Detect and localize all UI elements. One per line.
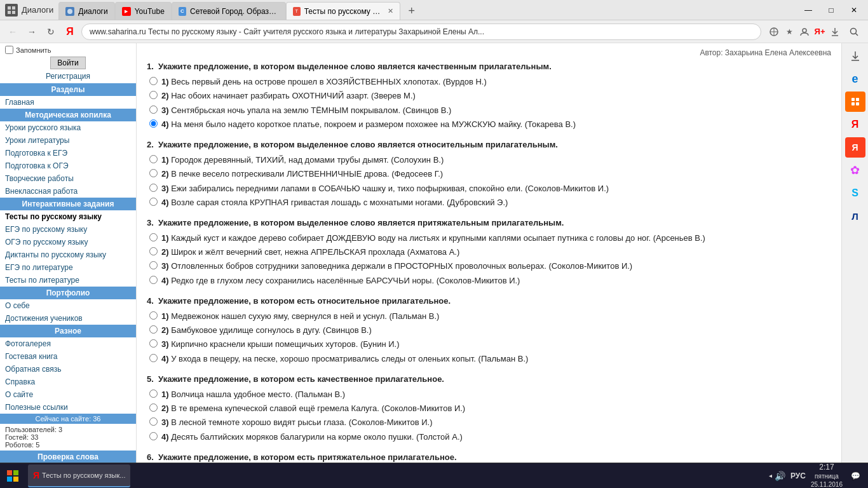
q3-opt3: 3) Отловленных бобров сотрудники заповед… <box>147 261 831 272</box>
question-2: 2. Укажите предложение, в котором выделе… <box>147 139 831 208</box>
yandex-icon[interactable]: Я <box>845 114 865 135</box>
sidebar-item-vnekl[interactable]: Внеклассная работа <box>0 185 136 198</box>
q1-radio-2[interactable] <box>149 91 158 99</box>
edge-browser-icon[interactable]: e <box>845 69 865 89</box>
q5-radio-2[interactable] <box>149 403 158 412</box>
question-1: 1. Укажите предложение, в котором выделе… <box>147 61 831 130</box>
q5-radio-4[interactable] <box>149 432 158 440</box>
sidebar-item-testy-rus[interactable]: Тесты по русскому языку <box>0 210 136 223</box>
sidebar-header-metodika: Методическая копилка <box>0 109 136 121</box>
tab-city[interactable]: С Сетевой Город. Образован... <box>172 2 286 20</box>
q3-opt4: 4) Редко где в глухом лесу сохранились н… <box>147 275 831 287</box>
tab-youtube[interactable]: YouTube <box>115 2 172 20</box>
yandex-alt-icon[interactable]: Я <box>845 137 865 158</box>
new-tab-button[interactable]: + <box>403 2 421 20</box>
sidebar-item-obr-svyaz[interactable]: Обратная связь <box>0 363 136 376</box>
translate-icon[interactable] <box>768 25 780 38</box>
register-link[interactable]: Регистрация <box>5 72 131 81</box>
tab-tests[interactable]: Т Тесты по русскому язык... ✕ <box>286 2 400 20</box>
q4-radio-2[interactable] <box>149 325 158 334</box>
yandex-plus-icon[interactable]: Я+ <box>813 25 826 38</box>
sidebar-item-gostevaya[interactable]: Гостевая книга <box>0 350 136 363</box>
question-5-title: 5. Укажите предложение, в котором есть к… <box>147 374 831 385</box>
sidebar-item-testy-lit[interactable]: Тесты по литературе <box>0 274 136 287</box>
taskbar-lang[interactable]: РУС <box>790 471 806 480</box>
forward-button[interactable]: → <box>24 24 39 39</box>
question-5: 5. Укажите предложение, в котором есть к… <box>147 374 831 443</box>
orange-app-icon[interactable] <box>845 92 865 112</box>
q3-opt2: 2) Широк и жёлт вечерний свет, нежна АПР… <box>147 247 831 258</box>
q3-radio-2[interactable] <box>149 247 158 255</box>
start-button[interactable] <box>0 463 25 489</box>
svg-rect-17 <box>7 470 12 475</box>
q1-radio-4[interactable] <box>149 119 158 128</box>
q5-radio-1[interactable] <box>149 390 158 398</box>
download-icon[interactable] <box>829 25 841 38</box>
tab-dialogi[interactable]: Диалоги <box>58 2 114 20</box>
addressbar: ← → ↻ Я www.saharina.ru Тесты по русском… <box>0 20 868 43</box>
q2-radio-1[interactable] <box>149 155 158 163</box>
download-toolbar-icon[interactable] <box>845 46 865 66</box>
sidebar-item-ege-lit[interactable]: ЕГЭ по литературе <box>0 261 136 274</box>
q2-opt2-text: 2) В печке весело потрескивали ЛИСТВЕННИ… <box>161 168 443 180</box>
sidebar-item-glavnaya[interactable]: Главная <box>0 96 136 109</box>
taskbar-browser-item[interactable]: Я Тесты по русскому язык... <box>28 464 130 487</box>
refresh-button[interactable]: ↻ <box>43 24 58 39</box>
q2-opt1-text: 1) Городок деревянный, ТИХИЙ, над домами… <box>161 154 444 166</box>
q1-radio-3[interactable] <box>149 105 158 114</box>
q3-radio-4[interactable] <box>149 276 158 284</box>
sidebar-item-tvorch[interactable]: Творческие работы <box>0 172 136 185</box>
q2-radio-3[interactable] <box>149 184 158 192</box>
q5-radio-3[interactable] <box>149 417 158 426</box>
sidebar-item-uroki-lit[interactable]: Уроки литературы <box>0 134 136 147</box>
volume-icon[interactable]: 🔊 <box>775 471 785 481</box>
svg-rect-14 <box>856 98 859 101</box>
q3-radio-1[interactable] <box>149 233 158 241</box>
sidebar-item-o-saite[interactable]: О сайте <box>0 388 136 401</box>
bookmark-icon[interactable]: ★ <box>783 25 796 38</box>
titlebar-controls: — □ ✕ <box>794 4 868 17</box>
sidebar-header-interactive: Интерактивные задания <box>0 198 136 210</box>
q4-radio-3[interactable] <box>149 339 158 348</box>
svg-rect-3 <box>12 11 15 14</box>
sidebar-item-uroki-rus[interactable]: Уроки русского языка <box>0 121 136 134</box>
sidebar-item-ege-rus[interactable]: ЕГЭ по русскому языку <box>0 223 136 236</box>
svg-line-11 <box>856 33 858 36</box>
address-field[interactable]: www.saharina.ru Тесты по русскому языку … <box>81 24 761 40</box>
user-icon[interactable] <box>798 25 811 38</box>
minimize-button[interactable]: — <box>799 4 817 17</box>
remember-checkbox[interactable] <box>5 46 13 54</box>
sidebar-item-podg-ege[interactable]: Подготовка к ЕГЭ <box>0 147 136 159</box>
tab-dialogi-label: Диалоги <box>78 7 107 16</box>
sidebar-item-dostizh[interactable]: Достижения учеников <box>0 312 136 325</box>
sidebar-item-diktanty[interactable]: Диктанты по русскому языку <box>0 248 136 261</box>
q6-text: Укажите предложение, в котором есть прит… <box>158 452 457 462</box>
maximize-button[interactable]: □ <box>822 4 840 17</box>
sidebar-item-oge-rus[interactable]: ОГЭ по русскому языку <box>0 236 136 248</box>
sidebar-item-fotogal[interactable]: Фотогалерея <box>0 337 136 350</box>
sidebar-item-poleznye[interactable]: Полезные ссылки <box>0 401 136 414</box>
sidebar-item-spravka[interactable]: Справка <box>0 376 136 388</box>
q1-radio-1[interactable] <box>149 77 158 85</box>
sidebar-item-podg-oge[interactable]: Подготовка к ОГЭ <box>0 159 136 172</box>
q3-radio-3[interactable] <box>149 261 158 269</box>
q4-radio-4[interactable] <box>149 354 158 362</box>
nav-app-icon[interactable]: Л <box>845 206 865 226</box>
flower-app-icon[interactable]: ✿ <box>845 160 865 180</box>
content-area: Автор: Захарьина Елена Алексеевна 1. Ука… <box>137 43 841 463</box>
taskbar-chevron-icon[interactable]: ◂ <box>769 472 772 479</box>
login-button[interactable]: Войти <box>50 57 86 69</box>
sidebar-item-o-sebe[interactable]: О себе <box>0 299 136 312</box>
search-button[interactable] <box>845 23 863 41</box>
q4-radio-1[interactable] <box>149 311 158 320</box>
q2-radio-4[interactable] <box>149 198 158 206</box>
sidebar: Запомнить Войти Регистрация Разделы Глав… <box>0 43 137 463</box>
tab-close-icon[interactable]: ✕ <box>388 7 393 15</box>
skype-icon[interactable]: S <box>845 183 865 203</box>
back-button[interactable]: ← <box>5 24 20 39</box>
q2-radio-2[interactable] <box>149 169 158 177</box>
svg-rect-13 <box>851 98 855 101</box>
notification-icon[interactable]: 💬 <box>848 468 863 484</box>
q2-opt4-text: 4) Возле сарая стояла КРУПНАЯ гривастая … <box>161 197 508 208</box>
close-button[interactable]: ✕ <box>845 4 863 17</box>
